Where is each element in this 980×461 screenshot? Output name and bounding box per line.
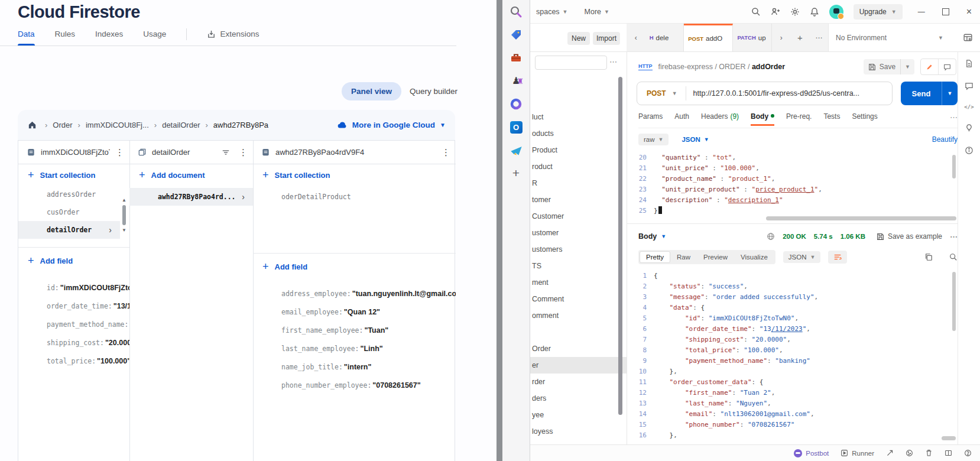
capture-requests-icon[interactable] — [886, 449, 894, 457]
document-field[interactable]: order_date_time: "13/1 — [18, 297, 129, 315]
request-tab-params[interactable]: Params — [638, 112, 663, 126]
request-name[interactable]: addOrder — [752, 63, 785, 71]
cookies-icon[interactable] — [906, 449, 913, 457]
documentation-icon[interactable] — [965, 59, 973, 68]
request-tab-addorder[interactable]: POST addO — [684, 24, 733, 51]
tab-data[interactable]: Data — [18, 30, 35, 46]
save-button[interactable]: Save ▼ — [864, 59, 914, 74]
invite-user-icon[interactable] — [771, 7, 780, 17]
view-raw[interactable]: Raw — [670, 251, 697, 263]
request-tab-headers[interactable]: Headers(9) — [701, 112, 739, 126]
sidebar-item[interactable]: er — [530, 357, 627, 374]
upgrade-button[interactable]: Upgrade ▼ — [854, 4, 903, 20]
document-field[interactable]: first_name_employee: "Tuan" — [253, 321, 456, 339]
view-visualize[interactable]: Visualize — [734, 251, 774, 263]
sidebar-item[interactable]: roduct — [530, 158, 627, 175]
breadcrumb-doc-id[interactable]: immXDiCOUt8Fj... — [86, 121, 149, 129]
document-field[interactable]: email_employee: "Quan 12" — [253, 303, 456, 321]
workspaces-menu[interactable]: spaces ▼ — [536, 8, 568, 16]
add-document-button[interactable]: + Add document — [129, 164, 253, 186]
response-options-icon[interactable]: ⋯ — [950, 232, 958, 241]
panel-view-button[interactable]: Panel view — [342, 82, 401, 100]
document-field[interactable]: name_job_title: "intern" — [253, 358, 456, 376]
sidebar-item[interactable]: ustomers — [530, 241, 627, 258]
response-language-selector[interactable]: JSON ▼ — [783, 251, 821, 263]
sidebar-item[interactable]: TS — [530, 258, 627, 274]
sidebar-item[interactable]: ders — [530, 390, 627, 407]
collection-list-item[interactable]: addressOrder — [18, 186, 120, 203]
sidebar-item[interactable]: Order — [530, 340, 627, 357]
scroll-tabs-right-icon[interactable]: › — [772, 24, 791, 51]
add-icon[interactable]: + — [509, 166, 523, 180]
request-tab-prereq[interactable]: Pre-req. — [786, 112, 812, 126]
start-collection-button[interactable]: + Start collection — [253, 164, 456, 186]
request-tabs-options-icon[interactable]: ⋯ — [950, 113, 958, 125]
start-collection-button[interactable]: + Start collection — [18, 164, 129, 186]
sidebar-item[interactable]: yee — [530, 407, 627, 423]
request-tab-body[interactable]: Body — [751, 112, 774, 126]
trash-icon[interactable] — [925, 449, 933, 457]
sidebar-item[interactable]: tomer — [530, 191, 627, 208]
request-tab-delete[interactable]: H dele — [645, 24, 684, 51]
sidebar-item[interactable]: ustomer — [530, 225, 627, 241]
search-response-icon[interactable] — [949, 253, 958, 261]
loop-icon[interactable] — [509, 97, 523, 111]
beautify-button[interactable]: Beautify — [932, 135, 958, 144]
search-icon[interactable] — [509, 5, 523, 19]
scroll-tabs-left-icon[interactable]: ‹ — [627, 24, 645, 51]
raw-mode-selector[interactable]: raw ▼ — [638, 134, 669, 145]
view-preview[interactable]: Preview — [697, 251, 734, 263]
collection-list-item[interactable]: cusOrder — [18, 203, 120, 221]
sidebar-item[interactable]: loyess — [530, 423, 627, 440]
document-field[interactable]: address_employee: "tuan.nguyenlinh.lt@gm… — [253, 284, 456, 303]
telegram-icon[interactable] — [509, 143, 523, 157]
method-selector[interactable]: POST ▼ — [637, 89, 686, 98]
comment-icon[interactable] — [938, 59, 956, 74]
toolbox-icon[interactable] — [509, 51, 523, 65]
more-menu[interactable]: More ▼ — [585, 8, 609, 16]
response-time[interactable]: 5.74 s — [814, 233, 833, 240]
document-field[interactable]: last_name_employee: "Linh" — [253, 339, 456, 358]
tag-icon[interactable] — [509, 28, 523, 42]
split-panel-icon[interactable] — [945, 449, 952, 457]
add-field-button[interactable]: + Add field — [253, 256, 456, 277]
response-size[interactable]: 1.06 KB — [841, 233, 865, 240]
response-body-viewer[interactable]: 1{2 "status": "success",3 "message": "or… — [627, 271, 958, 441]
send-button[interactable]: Send ▼ — [901, 82, 958, 105]
environment-quick-look-icon[interactable] — [963, 33, 973, 43]
response-hscrollbar[interactable] — [942, 436, 956, 440]
sidebar-item[interactable]: omment — [530, 307, 627, 324]
outlook-icon[interactable]: O — [509, 120, 523, 134]
scroll-down-icon[interactable]: ▼ — [121, 228, 128, 233]
request-tab-update[interactable]: PATCH up — [733, 24, 771, 51]
save-dropdown-icon[interactable]: ▼ — [900, 59, 914, 74]
help-icon[interactable] — [964, 449, 972, 457]
code-snippet-icon[interactable]: </> — [964, 104, 973, 110]
collection-list-item[interactable]: oderDetailProduct — [253, 188, 456, 206]
tab-rules[interactable]: Rules — [55, 30, 76, 46]
maximize-button[interactable] — [942, 8, 949, 15]
breadcrumb-order[interactable]: Order — [53, 121, 72, 129]
language-selector[interactable]: JSON ▼ — [682, 136, 709, 143]
document-field[interactable]: total_price: "100.000" — [18, 352, 129, 370]
tab-indexes[interactable]: Indexes — [95, 30, 123, 46]
request-editor-vscrollbar[interactable] — [952, 155, 956, 178]
sidebar-options-icon[interactable]: ⋯ — [609, 57, 617, 66]
open-new-tab-icon[interactable]: + — [791, 24, 810, 51]
minimize-button[interactable]: — — [918, 8, 925, 16]
sidebar-item[interactable]: luct — [530, 109, 627, 125]
document-field[interactable]: phone_number_employee: "0708261567" — [253, 376, 456, 394]
document-field[interactable]: id: "immXDiCOUt8FjZtoTv — [18, 278, 129, 297]
comments-icon[interactable] — [965, 82, 973, 90]
chess-pieces-icon[interactable]: ♟♜ — [509, 74, 523, 88]
response-body-selector[interactable]: Body ▼ — [638, 232, 666, 241]
home-icon[interactable] — [27, 120, 37, 130]
sidebar-search-input[interactable] — [535, 56, 607, 70]
view-pretty[interactable]: Pretty — [640, 251, 670, 263]
lightbulb-icon[interactable] — [965, 124, 973, 132]
request-tab-tests[interactable]: Tests — [823, 112, 840, 126]
sidebar-item[interactable]: R — [530, 175, 627, 191]
request-tab-settings[interactable]: Settings — [852, 112, 877, 126]
sidebar-item[interactable]: Comment — [530, 291, 627, 307]
tab-extensions[interactable]: Extensions — [207, 30, 259, 46]
